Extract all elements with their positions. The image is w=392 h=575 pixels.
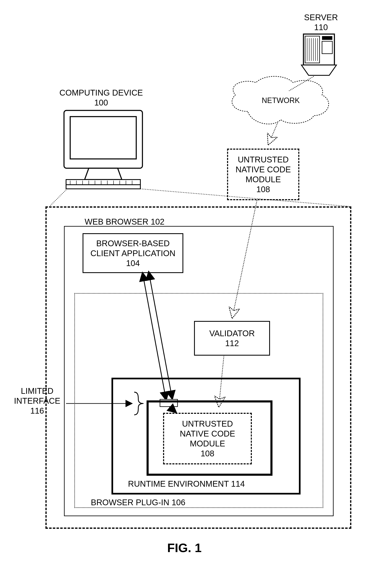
computer-icon [64,110,143,189]
validator-title: VALIDATOR [209,328,255,338]
server-icon [301,34,337,75]
computing-device-num: 100 [54,98,149,108]
arrow-server-to-network [289,76,314,91]
web-browser-label: WEB BROWSER 102 [85,217,165,227]
client-app-box: BROWSER-BASED CLIENT APPLICATION 104 [83,233,183,273]
untrusted-module-inner-l1: UNTRUSTED [182,419,233,429]
untrusted-module-top-l3: MODULE [245,174,281,184]
server-num: 110 [295,22,347,32]
validator-num: 112 [225,338,239,348]
client-app-num: 104 [126,258,140,268]
svg-rect-1 [70,117,136,159]
validator-box: VALIDATOR 112 [194,321,270,356]
svg-rect-16 [305,36,319,63]
network-label: NETWORK [255,96,307,105]
diagram-page: COMPUTING DEVICE 100 SERVER 110 LIMITED … [0,0,392,575]
untrusted-module-top-num: 108 [256,184,270,194]
svg-rect-23 [322,36,332,40]
server-title: SERVER [295,12,347,22]
figure-label: FIG. 1 [167,541,202,555]
untrusted-module-inner-l3: MODULE [190,439,225,449]
client-app-l1: BROWSER-BASED [96,238,170,248]
untrusted-module-top-l2: NATIVE CODE [236,165,291,174]
untrusted-module-inner-num: 108 [201,449,215,458]
svg-rect-24 [322,41,332,54]
untrusted-module-inner-l2: NATIVE CODE [180,429,235,439]
server-label: SERVER 110 [295,12,347,32]
svg-rect-2 [66,180,140,186]
untrusted-module-top-box: UNTRUSTED NATIVE CODE MODULE 108 [227,149,299,200]
computing-device-label: COMPUTING DEVICE 100 [54,88,149,108]
untrusted-module-top-l1: UNTRUSTED [238,155,289,165]
runtime-env-label: RUNTIME ENVIRONMENT 114 [128,479,245,489]
client-app-l2: CLIENT APPLICATION [90,248,175,258]
svg-rect-0 [64,110,143,168]
svg-rect-3 [66,185,140,189]
computing-device-title: COMPUTING DEVICE [54,88,149,98]
projection-line-left [49,190,66,206]
untrusted-module-inner-box: UNTRUSTED NATIVE CODE MODULE 108 [163,413,252,464]
svg-rect-15 [303,34,334,65]
arrow-network-to-module [268,123,278,144]
browser-plugin-label: BROWSER PLUG-IN 106 [91,497,185,507]
